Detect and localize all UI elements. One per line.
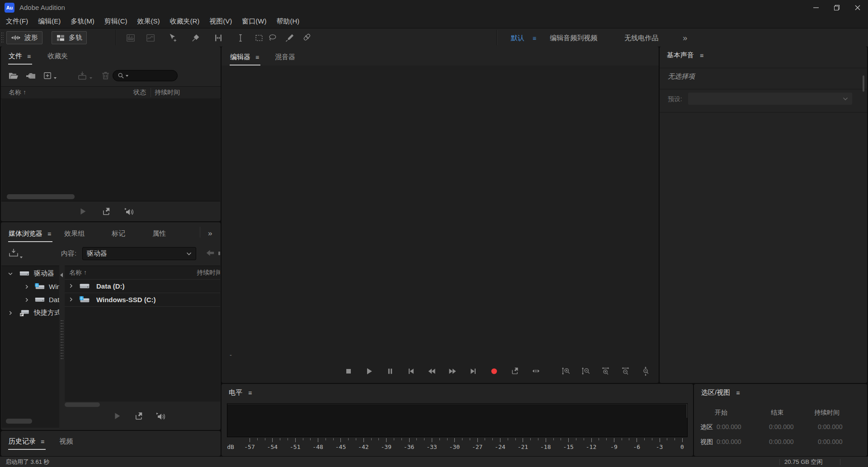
workspace-menu-icon[interactable]: ≡ (533, 35, 536, 42)
chevron-collapsed-icon[interactable] (68, 297, 74, 302)
close-button[interactable] (847, 0, 868, 15)
open-file-icon[interactable] (8, 70, 19, 81)
column-duration[interactable]: 持续时间 (197, 269, 220, 277)
tab-markers[interactable]: 标记 (112, 229, 125, 242)
search-input[interactable] (113, 70, 178, 81)
stop-button[interactable] (338, 367, 359, 376)
spectral-display-icon[interactable] (146, 33, 156, 43)
selection-duration-value[interactable]: 0:00.000 (818, 423, 849, 430)
chevron-collapsed-icon[interactable] (24, 297, 29, 303)
lasso-selection-tool-icon[interactable] (268, 33, 278, 43)
import-file-icon[interactable] (25, 70, 36, 81)
files-hscrollbar[interactable] (7, 194, 75, 199)
new-file-icon[interactable] (42, 70, 53, 81)
back-arrow-icon[interactable] (205, 248, 215, 258)
selection-start-value[interactable]: 0:00.000 (717, 423, 748, 430)
tree-item-windows-ssd[interactable]: Windows-SSD (C:) (1, 280, 59, 293)
skip-to-end-button[interactable] (463, 367, 484, 376)
chevron-collapsed-icon[interactable] (68, 283, 74, 289)
menu-item[interactable]: 帮助(H) (271, 17, 304, 26)
autoplay-speaker-icon[interactable] (124, 206, 135, 217)
rewind-button[interactable] (421, 367, 442, 376)
content-dropdown[interactable]: 驱动器 (82, 247, 196, 260)
menu-item[interactable]: 收藏夹(R) (165, 17, 204, 26)
panel-menu-icon[interactable]: ≡ (41, 439, 44, 445)
marquee-selection-tool-icon[interactable] (254, 33, 264, 43)
spot-healing-brush-tool-icon[interactable] (302, 33, 312, 43)
media-list-header[interactable]: 名称 ↑ 持续时间 (65, 266, 220, 279)
column-duration[interactable]: 持续时间 (155, 89, 180, 97)
chevron-collapsed-icon[interactable] (8, 310, 13, 316)
preview-play-icon[interactable] (112, 411, 122, 421)
level-meter[interactable] (227, 403, 688, 437)
media-splitter[interactable] (59, 266, 65, 427)
zoom-in-vertical-button[interactable] (556, 366, 576, 376)
media-row-data-drive[interactable]: Data (D:) (65, 279, 220, 293)
skip-to-start-button[interactable] (401, 367, 421, 376)
toolbar-drag-handle[interactable] (1, 32, 4, 43)
panel-menu-icon[interactable]: ≡ (248, 390, 252, 396)
panel-menu-icon[interactable]: ≡ (47, 231, 51, 237)
waveform-view-button[interactable]: 波形 (6, 31, 42, 44)
workspace-tab-radio-production[interactable]: 无线电作品 (624, 34, 658, 42)
splitter-collapse-icon[interactable] (60, 273, 63, 277)
tab-files[interactable]: 文件 ≡ (8, 52, 32, 65)
view-start-value[interactable]: 0:00.000 (717, 438, 748, 445)
record-button[interactable] (484, 367, 505, 376)
panel-menu-icon[interactable]: ≡ (27, 53, 31, 60)
panel-menu-icon[interactable]: ≡ (736, 390, 740, 396)
tab-properties[interactable]: 属性 (152, 229, 166, 242)
media-list-hscrollbar[interactable] (65, 402, 100, 407)
chevron-expanded-icon[interactable] (8, 271, 13, 276)
zoom-out-horizontal-button[interactable] (616, 366, 636, 376)
workspace-overflow-chevron-icon[interactable]: » (683, 33, 687, 43)
preview-play-icon[interactable] (78, 206, 88, 216)
paintbrush-selection-tool-icon[interactable] (285, 33, 295, 43)
tab-history[interactable]: 历史记录 ≡ (8, 437, 46, 450)
column-name[interactable]: 名称 ↑ (69, 269, 87, 277)
loop-playback-icon[interactable] (134, 411, 144, 421)
panel-vscrollbar[interactable] (863, 75, 864, 92)
forward-arrow-clipped-icon[interactable] (218, 252, 220, 255)
media-row-windows-ssd[interactable]: Windows-SSD (C:) (65, 293, 220, 306)
tab-overflow-chevron-icon[interactable]: » (208, 229, 212, 242)
zoom-out-vertical-button[interactable] (576, 366, 596, 376)
time-selection-tool-icon[interactable] (213, 33, 223, 43)
tab-effects-rack[interactable]: 效果组 (64, 229, 85, 242)
menu-item[interactable]: 窗口(W) (237, 17, 271, 26)
tab-video[interactable]: 视频 (59, 437, 73, 450)
column-status[interactable]: 状态 (133, 89, 146, 97)
splitter-grip[interactable] (61, 320, 63, 360)
column-name[interactable]: 名称 ↑ (9, 89, 26, 97)
minimize-button[interactable] (806, 0, 826, 15)
trash-icon[interactable] (100, 70, 111, 81)
menu-item[interactable]: 视图(V) (204, 17, 237, 26)
waveform-display-icon[interactable] (126, 33, 136, 43)
loop-playback-button[interactable] (505, 366, 525, 376)
view-end-value[interactable]: 0:00.000 (769, 438, 801, 445)
menu-item[interactable]: 多轨(M) (66, 17, 99, 26)
autoplay-speaker-icon[interactable] (156, 411, 166, 422)
tree-item-data-drive[interactable]: Data (D:) (1, 293, 59, 306)
multitrack-view-button[interactable]: 多轨 (52, 31, 87, 44)
workspace-tab-edit-audio-to-video[interactable]: 编辑音频到视频 (550, 34, 597, 42)
view-duration-value[interactable]: 0:00.000 (818, 438, 849, 445)
chevron-collapsed-icon[interactable] (24, 284, 29, 290)
tab-mixer[interactable]: 混音器 (275, 53, 295, 65)
files-list-empty[interactable] (1, 98, 220, 201)
skip-selection-button[interactable] (525, 366, 546, 376)
move-tool-icon[interactable] (168, 33, 178, 43)
tab-editor[interactable]: 编辑器 ≡ (230, 53, 260, 65)
column-divider[interactable] (151, 88, 151, 97)
panel-menu-icon[interactable]: ≡ (700, 52, 703, 59)
zoom-in-horizontal-button[interactable] (596, 366, 616, 376)
loop-playback-icon[interactable] (101, 206, 112, 217)
menu-item[interactable]: 剪辑(C) (99, 17, 132, 26)
preset-dropdown[interactable] (688, 93, 852, 105)
tree-item-drives[interactable]: 驱动器 (1, 267, 54, 280)
zoom-to-selection-button[interactable] (636, 366, 656, 376)
tab-favorites[interactable]: 收藏夹 (47, 52, 68, 65)
restore-button[interactable] (826, 0, 847, 15)
menu-item[interactable]: 效果(S) (132, 17, 165, 26)
tree-item-shortcuts[interactable]: 快捷方式 (1, 306, 59, 319)
